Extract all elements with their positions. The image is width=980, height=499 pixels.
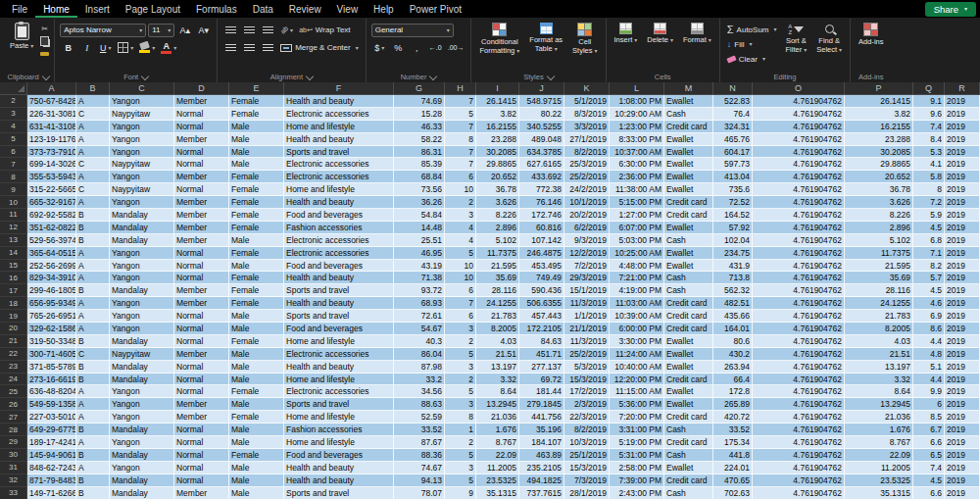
cell-C10[interactable]: Yangon	[110, 196, 174, 209]
column-header-K[interactable]: K	[564, 82, 610, 95]
cell-L13[interactable]: 5:03:00 PM	[610, 234, 664, 247]
cell-Q7[interactable]: 4.1	[913, 158, 945, 171]
cell-K21[interactable]: 11/3/2019	[564, 335, 610, 348]
cell-D4[interactable]: Normal	[174, 121, 229, 133]
cell-M17[interactable]: Cash	[664, 284, 713, 297]
cell-Q18[interactable]: 4.6	[913, 297, 945, 310]
cell-C22[interactable]: Naypyitaw	[110, 348, 174, 361]
cell-F3[interactable]: Electronic accessories	[284, 108, 394, 121]
cell-G10[interactable]: 36.26	[394, 196, 445, 209]
cell-F14[interactable]: Electronic accessories	[284, 247, 394, 260]
cell-E17[interactable]: Female	[229, 284, 284, 297]
cell-O4[interactable]: 4.761904762	[753, 121, 845, 133]
cell-B5[interactable]: A	[76, 133, 110, 146]
cell-O24[interactable]: 4.761904762	[753, 374, 845, 386]
cell-O27[interactable]: 4.761904762	[753, 411, 845, 424]
cell-I24[interactable]: 3.32	[476, 374, 519, 386]
cell-D9[interactable]: Normal	[174, 183, 229, 196]
cell-I22[interactable]: 21.51	[476, 348, 519, 361]
cell-L19[interactable]: 10:39:00 AM	[610, 310, 664, 323]
cell-K6[interactable]: 8/2/2019	[564, 146, 610, 159]
cell-A28[interactable]: 649-29-6775	[27, 424, 76, 436]
cell-J6[interactable]: 634.3785	[519, 146, 564, 159]
cell-R14[interactable]: 2019	[945, 247, 980, 260]
cell-P25[interactable]: 8.64	[845, 385, 913, 398]
cell-Q11[interactable]: 5.9	[913, 209, 945, 222]
cell-E9[interactable]: Female	[229, 183, 284, 196]
cell-G25[interactable]: 34.56	[394, 385, 445, 398]
cell-N14[interactable]: 234.75	[713, 247, 753, 260]
cell-E32[interactable]: Male	[229, 474, 284, 487]
cell-I6[interactable]: 30.2085	[476, 146, 519, 159]
cell-P26[interactable]: 13.2945	[845, 398, 913, 411]
row-header-23[interactable]: 23	[0, 361, 27, 374]
cell-A10[interactable]: 665-32-9167	[27, 196, 76, 209]
cell-F17[interactable]: Sports and travel	[284, 284, 394, 297]
cell-A32[interactable]: 871-79-8483	[27, 474, 76, 487]
cell-M11[interactable]: Credit card	[664, 209, 713, 222]
cell-G13[interactable]: 25.51	[394, 234, 445, 247]
cell-Q29[interactable]: 6.6	[913, 436, 945, 449]
cell-D19[interactable]: Normal	[174, 310, 229, 323]
cell-E30[interactable]: Female	[229, 449, 284, 462]
cell-H20[interactable]: 3	[445, 323, 476, 335]
cell-L32[interactable]: 7:39:00 PM	[610, 474, 664, 487]
tab-help[interactable]: Help	[366, 0, 402, 18]
cell-Q2[interactable]: 9.1	[913, 95, 945, 108]
cell-P21[interactable]: 4.03	[845, 335, 913, 348]
clear-button[interactable]: Clear▾	[725, 52, 779, 66]
cell-G8[interactable]: 68.84	[394, 171, 445, 183]
cell-Q9[interactable]: 8	[913, 183, 945, 196]
cell-A23[interactable]: 371-85-5789	[27, 361, 76, 374]
styles-dialog-launcher[interactable]	[546, 73, 554, 80]
cell-Q27[interactable]: 8.5	[913, 411, 945, 424]
cell-H32[interactable]: 5	[445, 474, 476, 487]
cell-E24[interactable]: Male	[229, 374, 284, 386]
cell-K9[interactable]: 24/2/2019	[564, 183, 610, 196]
cell-P15[interactable]: 21.595	[845, 260, 913, 273]
cell-M12[interactable]: Ewallet	[664, 222, 713, 234]
cell-K33[interactable]: 28/1/2019	[564, 487, 610, 499]
tab-home[interactable]: Home	[35, 0, 77, 18]
cell-D21[interactable]: Normal	[174, 335, 229, 348]
cell-C9[interactable]: Naypyitaw	[110, 183, 174, 196]
cell-J4[interactable]: 340.5255	[519, 121, 564, 133]
cell-H12[interactable]: 4	[445, 222, 476, 234]
cell-Q15[interactable]: 8.2	[913, 260, 945, 273]
cell-M2[interactable]: Ewallet	[664, 95, 713, 108]
cell-H17[interactable]: 6	[445, 284, 476, 297]
cell-I17[interactable]: 28.116	[476, 284, 519, 297]
cell-C3[interactable]: Naypyitaw	[110, 108, 174, 121]
cell-J17[interactable]: 590.436	[519, 284, 564, 297]
cell-J9[interactable]: 772.38	[519, 183, 564, 196]
cell-M32[interactable]: Credit card	[664, 474, 713, 487]
cell-L14[interactable]: 10:25:00 AM	[610, 247, 664, 260]
row-header-10[interactable]: 10	[0, 196, 27, 209]
cell-G14[interactable]: 46.95	[394, 247, 445, 260]
cell-N2[interactable]: 522.83	[713, 95, 753, 108]
cell-N32[interactable]: 470.65	[713, 474, 753, 487]
cell-A13[interactable]: 529-56-3974	[27, 234, 76, 247]
cell-A8[interactable]: 355-53-5943	[27, 171, 76, 183]
cell-J29[interactable]: 184.107	[519, 436, 564, 449]
cell-Q23[interactable]: 5.1	[913, 361, 945, 374]
row-header-13[interactable]: 13	[0, 234, 27, 247]
cell-O16[interactable]: 4.761904762	[753, 272, 845, 284]
cell-B30[interactable]: B	[76, 449, 110, 462]
cell-N12[interactable]: 57.92	[713, 222, 753, 234]
percent-style-button[interactable]: %	[390, 41, 407, 55]
cell-R12[interactable]: 2019	[945, 222, 980, 234]
cell-H24[interactable]: 2	[445, 374, 476, 386]
cell-A31[interactable]: 848-62-7243	[27, 462, 76, 474]
cell-H6[interactable]: 7	[445, 146, 476, 159]
cell-Q20[interactable]: 8.6	[913, 323, 945, 335]
cell-O10[interactable]: 4.761904762	[753, 196, 845, 209]
column-header-C[interactable]: C	[110, 82, 174, 95]
cell-R9[interactable]: 2019	[945, 183, 980, 196]
column-header-F[interactable]: F	[284, 82, 394, 95]
cell-H5[interactable]: 8	[445, 133, 476, 146]
cell-M33[interactable]: Cash	[664, 487, 713, 499]
cell-O15[interactable]: 4.761904762	[753, 260, 845, 273]
cell-R7[interactable]: 2019	[945, 158, 980, 171]
cell-P5[interactable]: 23.288	[845, 133, 913, 146]
